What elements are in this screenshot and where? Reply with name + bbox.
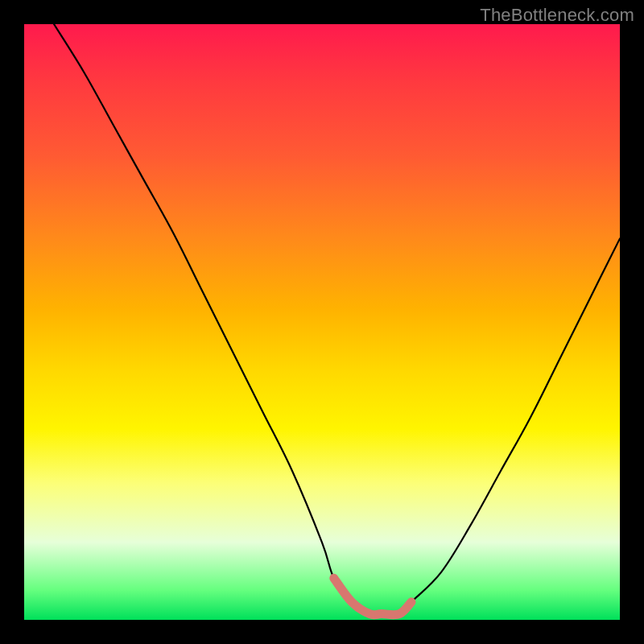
bottleneck-curve-path <box>54 24 620 615</box>
chart-container: TheBottleneck.com <box>0 0 644 644</box>
highlight-band-path <box>334 578 411 615</box>
chart-svg <box>24 24 620 620</box>
plot-area <box>24 24 620 620</box>
watermark-text: TheBottleneck.com <box>480 5 634 26</box>
